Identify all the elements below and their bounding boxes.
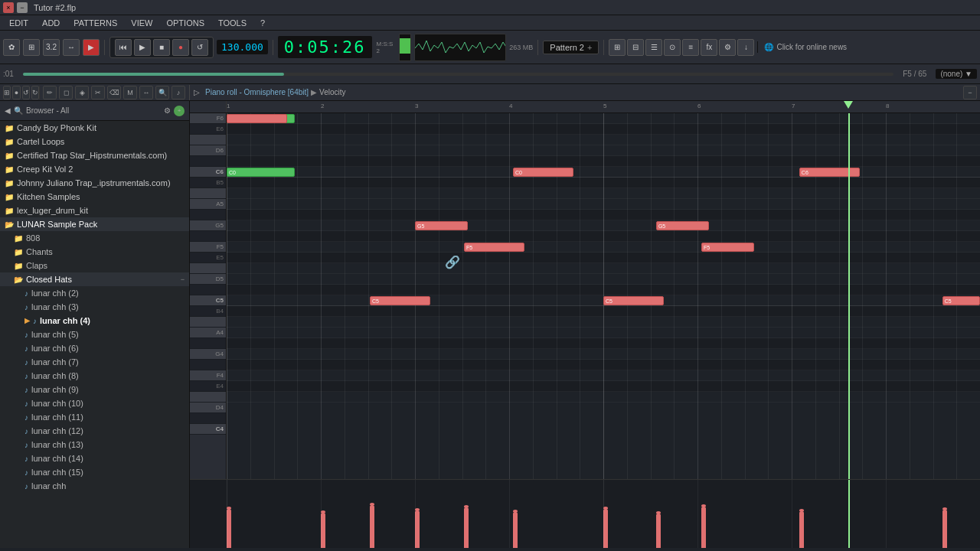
browser-item-chh10[interactable]: ♪ lunar chh (10)	[0, 396, 189, 410]
browser-item-kitchen[interactable]: 📁 Kitchen Samples	[0, 190, 189, 204]
note-g5-1[interactable]: G5	[415, 221, 468, 230]
key-d6[interactable]: D6	[190, 145, 226, 156]
close-button[interactable]: ×	[3, 2, 14, 13]
key-f#4[interactable]	[190, 360, 226, 370]
toolbar-icon-4[interactable]: ↔	[63, 39, 80, 56]
pattern-selector[interactable]: Pattern 2 +	[543, 41, 599, 54]
toolbar-icon-5[interactable]: ▶	[83, 39, 100, 56]
pr-snap-button[interactable]: ⊞	[3, 86, 11, 99]
key-g4[interactable]: G4	[190, 349, 226, 360]
key-eb6[interactable]	[190, 135, 226, 145]
minimize-button[interactable]: −	[17, 2, 28, 13]
browser-item-chh3[interactable]: ♪ lunar chh (3)	[0, 300, 189, 314]
menu-patterns[interactable]: PATTERNS	[67, 17, 123, 29]
key-d4[interactable]: D4	[190, 403, 226, 413]
play-button[interactable]: ▶	[134, 39, 151, 56]
menu-view[interactable]: VIEW	[125, 17, 158, 29]
key-c4[interactable]: C4	[190, 424, 226, 435]
pr-cut-tool[interactable]: ✂	[91, 86, 105, 99]
record-button[interactable]: ●	[172, 39, 189, 56]
browser-item-chh9[interactable]: ♪ lunar chh (9)	[0, 383, 189, 396]
key-db5[interactable]	[190, 285, 226, 295]
add-folder-button[interactable]: +	[174, 106, 185, 116]
pr-close-button[interactable]: −	[963, 86, 977, 99]
pr-mute-tool[interactable]: M	[123, 86, 137, 99]
browser-item-chh5[interactable]: ♪ lunar chh (5)	[0, 328, 189, 341]
browser-item-chh13[interactable]: ♪ lunar chh (13)	[0, 438, 189, 452]
browser-item-claps[interactable]: 📁 Claps	[0, 259, 189, 272]
key-f4[interactable]: F4	[190, 370, 226, 381]
key-a4[interactable]: A4	[190, 328, 226, 338]
key-ab4[interactable]	[190, 338, 226, 349]
browser-item-johnny[interactable]: 📁 Johnny Juliano Trap_.ipstrumentals.com…	[0, 176, 189, 190]
toolbar-icon-2[interactable]: ⊞	[23, 39, 40, 56]
browser-item-cartel[interactable]: 📁 Cartel Loops	[0, 135, 189, 148]
browser-item-lex[interactable]: 📁 lex_luger_drum_kit	[0, 204, 189, 217]
note-f5-2[interactable]: F5	[701, 243, 754, 252]
fx-button[interactable]: fx	[701, 39, 717, 56]
note-c5-2[interactable]: C5	[603, 296, 664, 305]
key-bb4[interactable]	[190, 317, 226, 328]
browser-item-chh15[interactable]: ♪ lunar chh (15)	[0, 465, 189, 479]
pr-delete-tool[interactable]: ⌫	[107, 86, 121, 99]
key-f5[interactable]: F5	[190, 242, 226, 253]
toolbar-icon-3[interactable]: 3.2	[43, 39, 60, 56]
browser-item-chh4[interactable]: ▶ ♪ lunar chh (4)	[0, 314, 189, 328]
note-c6-late[interactable]: C6	[799, 168, 860, 177]
pr-redo-button[interactable]: ↻	[31, 86, 39, 99]
key-c5[interactable]: C5	[190, 295, 226, 306]
browser-item-certified[interactable]: 📁 Certified Trap Star_Hipstrumentals.com…	[0, 148, 189, 162]
key-g5[interactable]: G5	[190, 220, 226, 231]
pattern-none[interactable]: (none) ▼	[936, 69, 977, 79]
key-c6[interactable]: C6	[190, 167, 226, 178]
browser-item-808[interactable]: 📁 808	[0, 231, 189, 245]
browser-item-closed-hats[interactable]: 📂 Closed Hats −	[0, 272, 189, 286]
browser-item-chh14[interactable]: ♪ lunar chh (14)	[0, 452, 189, 465]
browser-item-chh8[interactable]: ♪ lunar chh (8)	[0, 369, 189, 383]
browser-item-chh12[interactable]: ♪ lunar chh (12)	[0, 424, 189, 438]
browser-button[interactable]: ☰	[645, 39, 662, 56]
plugin-button[interactable]: ⊙	[664, 39, 681, 56]
browser-item-creep[interactable]: 📁 Creep Kit Vol 2	[0, 162, 189, 176]
stop-button[interactable]: ■	[153, 39, 170, 56]
download-button[interactable]: ↓	[737, 39, 754, 56]
sidebar-back-icon[interactable]: ◀	[5, 106, 11, 115]
browser-item-candy[interactable]: 📁 Candy Boy Phonk Kit	[0, 121, 189, 135]
key-f6[interactable]: F6	[190, 113, 226, 124]
browser-item-chh11[interactable]: ♪ lunar chh (11)	[0, 410, 189, 424]
pr-arrow-tool[interactable]: ↔	[139, 86, 153, 99]
key-b5[interactable]: B5	[190, 178, 226, 188]
mixer-button[interactable]: ⊞	[609, 39, 626, 56]
pr-zoom-tool[interactable]: 🔍	[155, 86, 169, 99]
menu-tools[interactable]: TOOLS	[212, 17, 253, 29]
pr-record-button[interactable]: ●	[12, 86, 20, 99]
key-f#5[interactable]	[190, 231, 226, 242]
note-c6-mid[interactable]: C0	[513, 168, 573, 177]
toolbar-icon-1[interactable]: ✿	[3, 39, 20, 56]
skip-back-button[interactable]: ⏮	[115, 39, 132, 56]
search-icon[interactable]: 🔍	[14, 106, 23, 115]
pr-select-tool[interactable]: ◻	[59, 86, 73, 99]
note-c5-1[interactable]: C5	[370, 296, 430, 305]
note-c5-3[interactable]: C5	[942, 296, 980, 305]
note-f5-1[interactable]: F5	[464, 243, 524, 252]
key-db6[interactable]	[190, 156, 226, 167]
key-eb4[interactable]	[190, 392, 226, 403]
browser-item-chh2[interactable]: ♪ lunar chh (2)	[0, 286, 189, 300]
pattern-add-icon[interactable]: +	[587, 43, 592, 52]
menu-help[interactable]: ?	[254, 17, 271, 29]
velocity-area[interactable]	[190, 479, 980, 548]
sidebar-menu-icon[interactable]: ⚙	[164, 106, 171, 115]
pr-stamp-tool[interactable]: ◈	[75, 86, 89, 99]
browser-item-chh6[interactable]: ♪ lunar chh (6)	[0, 341, 189, 355]
menu-add[interactable]: ADD	[36, 17, 66, 29]
browser-item-chants[interactable]: 📁 Chants	[0, 245, 189, 259]
browser-item-chh7[interactable]: ♪ lunar chh (7)	[0, 355, 189, 369]
settings-button[interactable]: ⚙	[719, 39, 736, 56]
key-d5[interactable]: D5	[190, 274, 226, 285]
grid-area[interactable]: F6 C0 C0 C6 G5 G5 F5 F5	[227, 113, 980, 479]
note-c6-green[interactable]: C0	[227, 168, 295, 177]
menu-options[interactable]: OPTIONS	[160, 17, 211, 29]
loop-button[interactable]: ↺	[191, 39, 208, 56]
key-e6[interactable]: E6	[190, 124, 226, 135]
